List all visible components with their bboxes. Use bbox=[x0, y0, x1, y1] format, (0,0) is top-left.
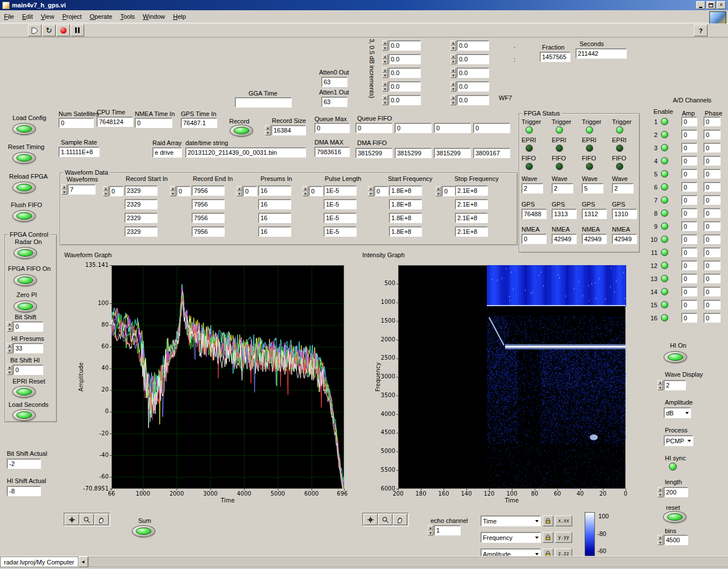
atten1-element-field[interactable]: 0.0 bbox=[457, 95, 489, 105]
record-start-in-field[interactable]: 2329 bbox=[125, 226, 158, 237]
reset-button[interactable] bbox=[663, 511, 686, 523]
pan-tool-button[interactable] bbox=[393, 514, 407, 525]
ad-phase-field[interactable]: 0 bbox=[704, 234, 721, 244]
pulse-length-field[interactable]: 1E-5 bbox=[324, 185, 357, 196]
ad-enable-led[interactable] bbox=[661, 131, 668, 138]
ad-amp-field[interactable]: 0 bbox=[681, 248, 697, 257]
bit-shift-hi-control[interactable]: 0 bbox=[7, 365, 43, 375]
ad-amp-field[interactable]: 0 bbox=[681, 261, 697, 270]
ad-amp-field[interactable]: 0 bbox=[681, 195, 697, 205]
raid-array-field[interactable]: e drive bbox=[152, 147, 182, 158]
ad-enable-led[interactable] bbox=[661, 170, 668, 178]
cursor-tool-button[interactable] bbox=[65, 514, 79, 525]
zero-pi-button[interactable] bbox=[14, 300, 37, 312]
ad-amp-field[interactable]: 0 bbox=[681, 313, 697, 323]
zoom-tool-button[interactable] bbox=[378, 514, 392, 525]
ad-enable-led[interactable] bbox=[661, 222, 668, 230]
spin-arrows-icon[interactable] bbox=[368, 186, 374, 196]
format-button[interactable]: x.xx bbox=[555, 516, 572, 526]
waveforms-control[interactable]: 7 bbox=[61, 184, 96, 195]
presums-index-value[interactable]: 0 bbox=[243, 186, 257, 196]
format-button[interactable]: y.yy bbox=[555, 532, 572, 543]
ad-amp-field[interactable]: 0 bbox=[681, 221, 697, 231]
cursor-tool-button[interactable] bbox=[363, 514, 378, 525]
bit-shift-control[interactable]: 0 bbox=[7, 321, 43, 332]
ad-amp-field[interactable]: 0 bbox=[681, 143, 697, 152]
ad-enable-led[interactable] bbox=[661, 314, 668, 321]
ad-amp-field[interactable]: 0 bbox=[681, 300, 697, 310]
ad-enable-led[interactable] bbox=[661, 196, 668, 204]
ad-phase-field[interactable]: 0 bbox=[704, 182, 721, 192]
horizontal-scrollbar[interactable] bbox=[88, 556, 728, 567]
ad-enable-led[interactable] bbox=[661, 236, 668, 243]
start-frequency-field[interactable]: 1.8E+8 bbox=[389, 199, 422, 209]
spin-arrows-icon[interactable] bbox=[450, 68, 456, 78]
run-continuous-button[interactable]: ↻ bbox=[42, 24, 56, 36]
ad-phase-field[interactable]: 0 bbox=[704, 274, 721, 283]
abort-button[interactable] bbox=[56, 24, 70, 36]
ad-phase-field[interactable]: 0 bbox=[704, 261, 721, 270]
spin-arrows-icon[interactable] bbox=[657, 535, 663, 545]
ad-enable-led[interactable] bbox=[661, 183, 668, 191]
record-end-in-field[interactable]: 7956 bbox=[192, 185, 225, 196]
sum-button[interactable] bbox=[132, 525, 155, 537]
flush-fifo-button[interactable] bbox=[13, 210, 36, 222]
ad-amp-field[interactable]: 0 bbox=[681, 182, 697, 192]
pan-tool-button[interactable] bbox=[94, 514, 109, 525]
ad-enable-led[interactable] bbox=[661, 209, 668, 217]
axis-ring-dropdown[interactable]: Time bbox=[481, 516, 541, 526]
ad-amp-field[interactable]: 0 bbox=[681, 117, 697, 126]
intensity-graph[interactable] bbox=[362, 257, 632, 505]
menu-item[interactable]: Project bbox=[58, 11, 85, 22]
presums-in-field[interactable]: 16 bbox=[258, 199, 291, 209]
ad-phase-field[interactable]: 0 bbox=[704, 208, 721, 218]
close-button[interactable]: × bbox=[717, 1, 726, 9]
hi-on-button[interactable] bbox=[664, 351, 687, 363]
maximize-button[interactable] bbox=[706, 1, 715, 9]
ad-phase-field[interactable]: 0 bbox=[704, 300, 721, 310]
atten1-element-field[interactable]: 0.0 bbox=[457, 54, 489, 64]
process-dropdown[interactable]: PCMP bbox=[664, 435, 693, 446]
echo-channel-control[interactable]: 1 bbox=[428, 525, 461, 535]
presums-index-control[interactable]: 0 bbox=[237, 186, 257, 196]
ad-amp-field[interactable]: 0 bbox=[681, 208, 697, 218]
sample-rate-field[interactable]: 1.11111E+8 bbox=[59, 147, 100, 157]
ad-phase-field[interactable]: 0 bbox=[704, 287, 721, 296]
echo-channel-value[interactable]: 1 bbox=[434, 525, 461, 535]
atten0-element-field[interactable]: 0.0 bbox=[388, 95, 421, 105]
stop-frequency-field[interactable]: 2.1E+8 bbox=[455, 185, 488, 196]
start-frequency-index-value[interactable]: 0 bbox=[374, 186, 388, 196]
atten0-element-field[interactable]: 0.0 bbox=[388, 40, 421, 51]
record-button[interactable] bbox=[230, 125, 253, 137]
zoom-tool-button[interactable] bbox=[80, 514, 94, 525]
atten1-element-field[interactable]: 0.0 bbox=[457, 40, 489, 51]
spin-arrows-icon[interactable] bbox=[382, 54, 388, 64]
record-start-in-field[interactable]: 2329 bbox=[125, 185, 158, 196]
ad-amp-field[interactable]: 0 bbox=[681, 274, 697, 283]
record-end-index-control[interactable]: 0 bbox=[170, 186, 191, 196]
stop-frequency-index-ctrl[interactable]: 0 bbox=[436, 186, 455, 196]
reload-fpga-button[interactable] bbox=[13, 182, 36, 193]
spin-arrows-icon[interactable] bbox=[382, 40, 388, 51]
atten1-element-field[interactable]: 0.0 bbox=[457, 81, 489, 92]
ad-phase-field[interactable]: 0 bbox=[704, 248, 721, 257]
bit-shift-hi-value[interactable]: 0 bbox=[13, 365, 43, 375]
scroll-left-button[interactable]: ◄ bbox=[78, 556, 88, 567]
bins-value[interactable]: 4500 bbox=[664, 535, 688, 545]
ad-amp-field[interactable]: 0 bbox=[681, 156, 697, 166]
presums-in-field[interactable]: 16 bbox=[258, 213, 291, 223]
start-frequency-field[interactable]: 1.8E+8 bbox=[389, 213, 422, 223]
hi-presums-value[interactable]: 33 bbox=[13, 343, 43, 353]
lock-button[interactable] bbox=[543, 532, 553, 543]
atten1-element-field[interactable]: 0.0 bbox=[457, 68, 489, 78]
record-start-in-field[interactable]: 2329 bbox=[125, 199, 158, 209]
spin-arrows-icon[interactable] bbox=[382, 68, 388, 78]
pause-button[interactable] bbox=[71, 24, 84, 36]
ad-enable-led[interactable] bbox=[661, 275, 668, 282]
wave-display-control[interactable]: 2 bbox=[657, 380, 686, 390]
spin-arrows-icon[interactable] bbox=[428, 525, 433, 535]
ad-enable-led[interactable] bbox=[661, 157, 668, 164]
spin-arrows-icon[interactable] bbox=[7, 343, 13, 353]
menu-item[interactable]: Window bbox=[139, 11, 169, 22]
start-frequency-field[interactable]: 1.8E+8 bbox=[389, 226, 422, 237]
